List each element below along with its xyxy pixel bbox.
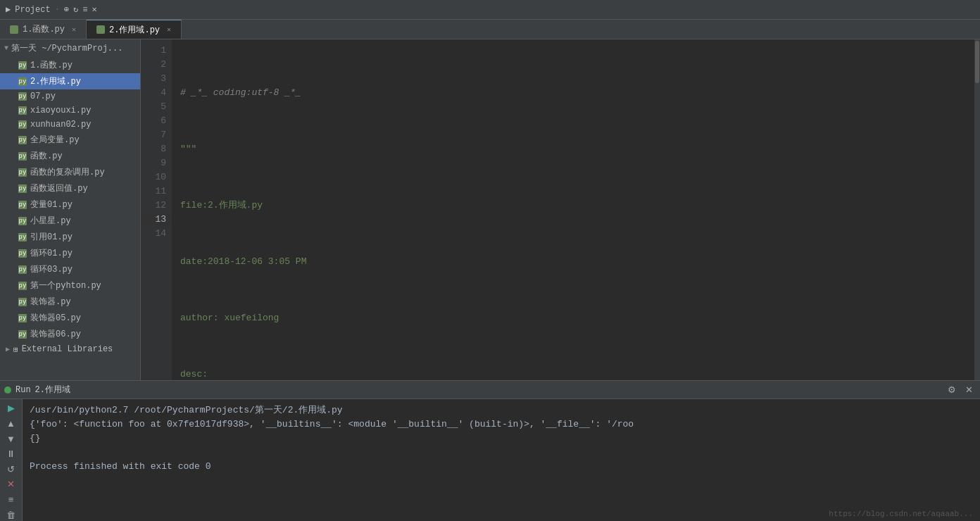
- bottom-toolbar: Run 2.作用域 ⚙ ✕: [0, 381, 980, 399]
- code-str-6: desc:: [180, 369, 208, 379]
- sidebar-label-xunhuan01: 循环01.py: [30, 247, 73, 259]
- ln-9: 9: [141, 156, 172, 170]
- file-icon-hanshu: py: [18, 61, 27, 70]
- code-str-2: """: [180, 144, 196, 154]
- editor-scrollbar[interactable]: [974, 39, 980, 380]
- run-pause-btn[interactable]: ⏸: [3, 448, 20, 460]
- ln-6: 6: [141, 114, 172, 128]
- file-icon-diyige: py: [18, 282, 27, 290]
- console-line-4: [30, 446, 973, 460]
- file-icon-hanshu-fanhui: py: [18, 184, 27, 193]
- sidebar-label-hanshu: 1.函数.py: [30, 59, 73, 71]
- sidebar-item-bianliang01[interactable]: py 变量01.py: [0, 196, 140, 213]
- file-icon-bianliang01: py: [18, 201, 27, 209]
- run-down-btn[interactable]: ▼: [3, 432, 20, 445]
- ln-14: 14: [141, 227, 172, 241]
- file-icon-zhuangshi05: py: [18, 314, 27, 322]
- sidebar-item-hanshu-fuza[interactable]: py 函数的复杂调用.py: [0, 164, 140, 180]
- file-icon-quanju: py: [18, 136, 27, 144]
- structure-icon[interactable]: ≡: [82, 5, 87, 15]
- file-icon-07: py: [18, 92, 27, 101]
- code-line-1: # _*_ coding:utf-8 _*_: [180, 86, 974, 100]
- tab-zuoyongyu[interactable]: 2.作用域.py ✕: [87, 20, 182, 39]
- scrollbar-thumb[interactable]: [975, 41, 979, 83]
- code-line-6: desc:: [180, 368, 974, 380]
- run-rerun-btn[interactable]: ↺: [3, 463, 20, 476]
- sidebar-item-07[interactable]: py 07.py: [0, 89, 140, 103]
- code-comment-1: # _*_ coding:utf-8 _*_: [180, 87, 301, 98]
- sidebar-label-external: ⊞: [13, 345, 18, 354]
- sidebar-label-zuoyongyu: 2.作用域.py: [30, 75, 81, 87]
- sidebar-item-zhuangshi06[interactable]: py 装饰器06.py: [0, 326, 140, 342]
- tab-hanshu[interactable]: 1.函数.py ✕: [0, 20, 87, 39]
- settings-icon[interactable]: ⊕: [64, 4, 69, 15]
- bottom-actions: ⚙ ✕: [945, 383, 976, 397]
- close-project-icon[interactable]: ✕: [92, 4, 97, 15]
- sidebar-label-xiaoyouxi: xiaoyouxi.py: [30, 106, 91, 115]
- sidebar-item-zhuangshi05[interactable]: py 装饰器05.py: [0, 310, 140, 326]
- sidebar-item-zhuangshipin[interactable]: py 装饰器.py: [0, 294, 140, 310]
- sidebar-item-hanshu-fanhui[interactable]: py 函数返回值.py: [0, 180, 140, 196]
- sidebar-item-xunhuan03[interactable]: py 循环03.py: [0, 261, 140, 277]
- ln-11: 11: [141, 184, 172, 199]
- sidebar-item-zuoyongyu[interactable]: py 2.作用域.py: [0, 73, 140, 89]
- run-up-btn[interactable]: ▲: [3, 418, 20, 430]
- sidebar-item-external-libraries[interactable]: ▶ ⊞ External Libraries: [0, 342, 140, 356]
- sidebar-item-diyige[interactable]: py 第一个pyhton.py: [0, 277, 140, 294]
- ln-2: 2: [141, 58, 172, 72]
- file-icon-zhuangshipin: py: [18, 298, 27, 306]
- watermark: https://blog.csdn.net/aqaaab...: [829, 510, 973, 518]
- sidebar-item-xiaoxingxing[interactable]: py 小星星.py: [0, 213, 140, 229]
- root-arrow: ▼: [4, 44, 8, 52]
- sidebar-label-xiaoxingxing: 小星星.py: [30, 215, 71, 227]
- project-icon: ▶: [6, 4, 11, 15]
- sidebar-item-xiaoyouxi[interactable]: py xiaoyouxi.py: [0, 103, 140, 118]
- sync-icon[interactable]: ↻: [73, 4, 78, 15]
- sidebar-label-zhuangshi05: 装饰器05.py: [30, 312, 81, 324]
- tab-file-icon-2: [96, 25, 105, 34]
- run-filter-btn[interactable]: ≡: [3, 494, 20, 506]
- console-line-5: Process finished with exit code 0: [30, 460, 973, 474]
- ln-13: 13: [141, 213, 172, 227]
- ln-8: 8: [141, 142, 172, 156]
- ln-4: 4: [141, 86, 172, 100]
- sidebar-label-bianliang01: 变量01.py: [30, 199, 73, 211]
- main-area: ▼ 第一天 ~/PycharmProj... py 1.函数.py py 2.作…: [0, 39, 980, 380]
- project-title: Project: [15, 5, 50, 15]
- file-icon-yinyong01: py: [18, 233, 27, 241]
- run-play-btn[interactable]: ▶: [3, 402, 20, 415]
- run-trash-btn[interactable]: 🗑: [3, 508, 20, 521]
- bottom-close-btn[interactable]: ✕: [962, 383, 976, 397]
- sidebar-item-hanshu2[interactable]: py 函数.py: [0, 148, 140, 164]
- sidebar-item-xunhuan02[interactable]: py xunhuan02.py: [0, 118, 140, 132]
- tab-close-2[interactable]: ✕: [167, 25, 171, 34]
- bottom-run-label: Run: [15, 385, 31, 395]
- bottom-left-btns: ▶ ▲ ▼ ⏸ ↺ ✕ ≡ 🗑: [0, 399, 23, 521]
- code-lines[interactable]: # _*_ coding:utf-8 _*_ """ file:2.作用域.py…: [172, 39, 974, 380]
- sidebar-item-quanju[interactable]: py 全局变量.py: [0, 132, 140, 148]
- tab-label-1: 1.函数.py: [23, 23, 65, 35]
- run-stop-btn[interactable]: ✕: [3, 478, 20, 491]
- editor-area[interactable]: 1 2 3 4 5 6 7 8 9 10 11 12 13 14 # _*_ c…: [141, 39, 980, 380]
- ln-1: 1: [141, 44, 172, 58]
- sidebar-header: ▼ 第一天 ~/PycharmProj...: [0, 39, 140, 57]
- title-bar-left: ▶ Project Project · ⊕ ↻ ≡ ✕: [6, 4, 97, 15]
- code-line-4: date:2018-12-06 3:05 PM: [180, 255, 974, 269]
- sidebar-label-quanju: 全局变量.py: [30, 134, 80, 146]
- bottom-settings-btn[interactable]: ⚙: [945, 383, 959, 397]
- root-label: 第一天 ~/PycharmProj...: [11, 42, 122, 54]
- console-line-2: {'foo': <function foo at 0x7fe1017df938>…: [30, 418, 973, 432]
- code-container: 1 2 3 4 5 6 7 8 9 10 11 12 13 14 # _*_ c…: [141, 39, 980, 380]
- sidebar-label-xunhuan03: 循环03.py: [30, 263, 73, 275]
- code-line-2: """: [180, 142, 974, 156]
- sidebar-item-xunhuan01[interactable]: py 循环01.py: [0, 245, 140, 261]
- sidebar-item-hanshu[interactable]: py 1.函数.py: [0, 57, 140, 73]
- code-str-3: file:2.作用域.py: [180, 200, 263, 211]
- external-lib-icon: ▶: [6, 345, 10, 353]
- sidebar-label-hanshu-fanhui: 函数返回值.py: [30, 182, 88, 194]
- sidebar-label-07: 07.py: [30, 92, 56, 101]
- ln-10: 10: [141, 170, 172, 184]
- run-status-icon: [4, 387, 11, 394]
- tab-close-1[interactable]: ✕: [72, 25, 76, 34]
- sidebar-item-yinyong01[interactable]: py 引用01.py: [0, 229, 140, 245]
